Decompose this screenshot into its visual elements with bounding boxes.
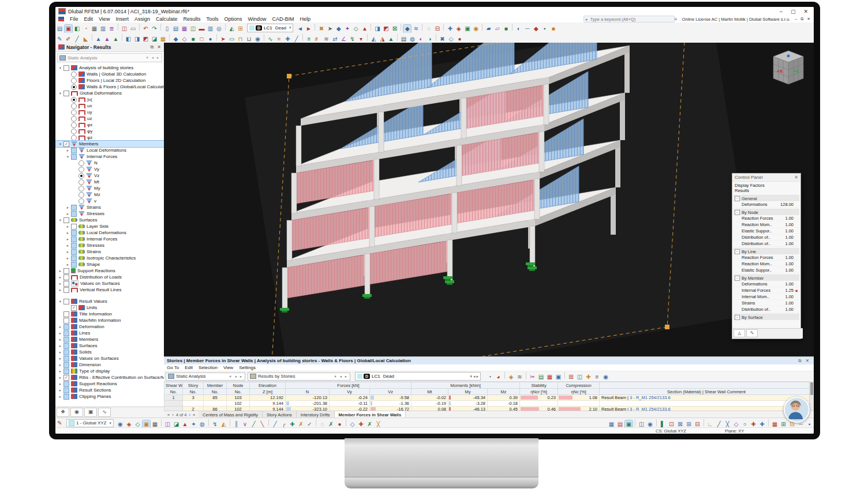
tree-expander-icon[interactable]: ▾ — [58, 218, 63, 223]
tree-expander-icon[interactable]: ▾ — [58, 91, 63, 96]
radio-button[interactable] — [71, 97, 77, 103]
toolbar-icon[interactable]: ◔ — [486, 373, 493, 381]
toolbar-icon[interactable]: ▣ — [463, 25, 471, 33]
tree-expander-icon[interactable]: ▾ — [58, 66, 63, 70]
tree-item[interactable]: ▸✓Ribs - Effective Contribution on Surfa… — [55, 374, 164, 381]
toolbar-icon[interactable]: ◇ — [352, 25, 360, 33]
checkbox[interactable]: ✓ — [71, 305, 77, 311]
toolbar-icon[interactable]: ∨ — [241, 420, 249, 428]
checkbox[interactable] — [71, 224, 77, 230]
tree-expander-icon[interactable]: ▸ — [65, 231, 70, 235]
toolbar-icon[interactable]: ◇ — [349, 420, 356, 428]
analysis-type-combo[interactable]: Static Analysis ▾ ◂ ▸ — [57, 53, 162, 62]
checkbox[interactable] — [63, 268, 69, 274]
toolbar-icon[interactable]: ↯ — [211, 420, 219, 428]
toolbar-icon[interactable]: ✚ — [585, 373, 592, 381]
toolbar-icon[interactable]: ▣ — [65, 25, 72, 33]
tree-item[interactable]: ▸Deformation — [55, 324, 164, 330]
checkbox[interactable] — [63, 324, 69, 330]
toolbar-icon[interactable]: ▣ — [555, 373, 562, 381]
tree-item[interactable]: ▸Support Reactions — [55, 268, 164, 274]
tree-item[interactable]: ▸Lines — [55, 330, 164, 336]
toolbar-icon[interactable]: ◩ — [142, 35, 149, 43]
table-cell[interactable]: -201.38 — [286, 401, 330, 407]
toolbar-icon[interactable]: ✖ — [317, 25, 325, 33]
toolbar-icon[interactable]: ▲ — [181, 420, 189, 428]
radio-button[interactable] — [78, 167, 84, 172]
toolbar-icon[interactable]: ✦ — [343, 25, 351, 33]
factor-value[interactable]: 1.00 — [785, 307, 794, 312]
tree-item[interactable]: ▸Layer Side — [55, 223, 164, 230]
settings-tab-icon[interactable]: ✎ — [746, 329, 758, 337]
toolbar-icon[interactable]: ║ — [233, 420, 240, 428]
checkbox[interactable] — [63, 330, 69, 336]
tree-item[interactable]: ▸Local Deformations — [55, 230, 164, 236]
table-header-cell[interactable]: Mz — [488, 389, 520, 395]
mdi-minimize-button[interactable]: – — [795, 17, 797, 21]
toolbar-icon[interactable]: ◆ — [335, 25, 342, 33]
toolbar-icon[interactable]: ◣ — [82, 35, 89, 43]
factor-group-header[interactable]: −By Surface — [734, 314, 799, 320]
viewport-3d[interactable]: +X +Y Control Panel ✕ Display Factors Re… — [164, 43, 814, 356]
checkbox[interactable] — [71, 154, 77, 160]
toolbar-icon[interactable]: ✚ — [284, 35, 291, 43]
table-row[interactable]: 138510312.192-120.13-0.24-9.58-0.02-45.3… — [164, 395, 814, 401]
toolbar-icon[interactable]: ⊟ — [433, 25, 441, 33]
tree-item[interactable]: ▾✓Members — [55, 141, 164, 147]
toolbar-icon[interactable]: ▦ — [546, 373, 553, 381]
tree-item[interactable]: Floors | Local 2D Calculation — [55, 77, 164, 84]
toolbar-icon[interactable]: ▲ — [112, 35, 119, 43]
collapse-icon[interactable]: − — [735, 196, 740, 201]
checkbox[interactable] — [63, 362, 69, 368]
radio-button[interactable] — [78, 173, 84, 179]
tree-expander-icon[interactable]: ▸ — [65, 148, 70, 153]
cube-y-label[interactable]: +Y — [793, 69, 799, 74]
tree-item[interactable]: Mt — [55, 179, 164, 185]
toolbar-icon[interactable]: ◎ — [215, 25, 223, 33]
menu-insert[interactable]: Insert — [113, 16, 132, 22]
toolbar-icon[interactable]: ◪ — [151, 35, 158, 43]
tree-item[interactable]: Max/Min Information — [55, 317, 164, 324]
toolbar-icon[interactable]: ─ — [523, 25, 531, 33]
toolbar-icon[interactable]: □ — [198, 35, 205, 43]
tree-expander-icon[interactable]: ▸ — [65, 262, 70, 267]
tree-expander-icon[interactable]: ▸ — [58, 363, 63, 367]
toolbar-icon[interactable]: ► — [305, 25, 312, 33]
toolbar-icon[interactable]: ≋ — [323, 35, 330, 43]
tree-item[interactable]: ▸Local Deformations — [55, 147, 164, 153]
tree-item[interactable]: ▸Values on Surfaces — [55, 280, 164, 287]
toolbar-icon[interactable]: ○ — [741, 420, 749, 428]
collapse-icon[interactable]: − — [735, 276, 740, 281]
toolbar-icon[interactable]: ◄ — [296, 25, 304, 33]
factor-row[interactable]: Reaction Forces1.00 — [734, 254, 799, 261]
tree-item[interactable]: ▸Values on Surfaces — [55, 355, 164, 362]
tree-expander-icon[interactable]: ▸ — [58, 394, 63, 399]
radio-button[interactable] — [71, 129, 77, 134]
tree-item[interactable]: uy — [55, 109, 164, 115]
toolbar-icon[interactable]: ↯ — [349, 35, 356, 43]
tree-item[interactable]: ▸Strains — [55, 249, 164, 255]
checkbox[interactable] — [63, 217, 69, 223]
table-cell[interactable] — [520, 401, 558, 407]
toolbar-icon[interactable]: ✚ — [758, 420, 766, 428]
toolbar-icon[interactable]: ◩ — [382, 25, 390, 33]
toolbar-icon[interactable]: ≡ — [305, 35, 313, 43]
navigation-cube[interactable]: +X +Y — [772, 50, 805, 85]
control-panel-close-icon[interactable]: ✕ — [794, 175, 798, 180]
toolbar-icon[interactable]: ✚ — [357, 420, 365, 428]
checkbox[interactable] — [63, 388, 69, 393]
table-cell[interactable] — [183, 401, 204, 407]
toolbar-icon[interactable]: ⊞ — [780, 420, 787, 428]
table-cell[interactable] — [204, 401, 227, 407]
tree-item[interactable]: φy — [55, 128, 164, 134]
menu-assign[interactable]: Assign — [132, 16, 153, 22]
checkbox[interactable] — [63, 337, 69, 343]
table-cell[interactable]: -45.34 — [448, 395, 488, 401]
toolbar-icon[interactable]: ▦ — [151, 420, 159, 428]
toolbar-icon[interactable]: ▪ — [806, 420, 813, 428]
checkbox[interactable] — [71, 249, 77, 255]
load-case-combo[interactable]: D LC1 Dead ▾ — [247, 24, 293, 32]
checkbox[interactable] — [63, 394, 69, 400]
checkbox[interactable] — [71, 255, 77, 261]
tree-item[interactable]: ▸Dimension — [55, 362, 164, 368]
